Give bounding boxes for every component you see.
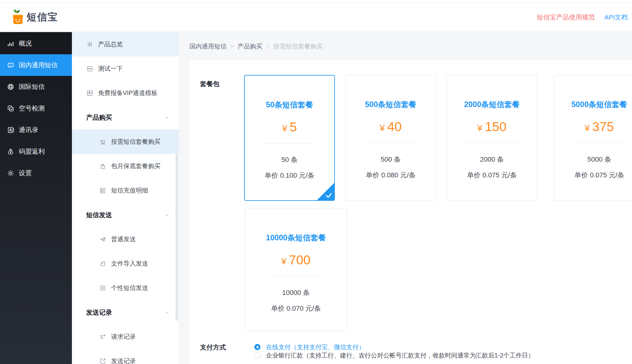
header-links: 短信宝产品使用规范 API文档 xyxy=(537,13,628,22)
package-section-label: 套餐包 xyxy=(200,80,219,88)
card-divider xyxy=(365,143,416,143)
package-price: ¥700 xyxy=(245,253,347,267)
primary-sidebar: 概况 国内通用短信 国际短信 空号检测 通讯录 码盟返利 设置 xyxy=(0,32,72,364)
package-count: 10000 条 xyxy=(245,288,347,297)
chat-icon xyxy=(7,61,15,69)
package-unit-price: 单价 0.080 元/条 xyxy=(346,171,436,180)
payment-section: 支付方式 在线支付（支持支付宝、微信支付） 企业银行汇款（支持工行、建行、农行公… xyxy=(200,343,534,359)
breadcrumb-item[interactable]: 产品购买 xyxy=(238,42,262,51)
package-title: 500条短信套餐 xyxy=(346,99,436,110)
submenu-item-vip-template[interactable]: 免费报备VIP通道模板 xyxy=(72,81,179,105)
brand[interactable]: 短信宝 xyxy=(12,9,58,26)
package-card-50[interactable]: 50条短信套餐 ¥5 50 条 单价 0.100 元/条 xyxy=(244,75,335,201)
request-list-icon xyxy=(99,333,106,341)
package-price: ¥40 xyxy=(346,119,436,134)
breadcrumb-separator: > xyxy=(231,43,234,50)
package-title: 10000条短信套餐 xyxy=(245,233,347,243)
template-lightning-icon xyxy=(86,89,94,97)
package-title: 2000条短信套餐 xyxy=(447,99,537,110)
import-icon xyxy=(99,260,106,267)
submenu-item-send-records[interactable]: 发送记录 xyxy=(72,349,179,364)
breadcrumb-item-current: 按需短信套餐购买 xyxy=(273,42,323,51)
radio-unselected-icon[interactable] xyxy=(254,352,260,358)
gear-icon xyxy=(7,169,15,177)
package-price: ¥375 xyxy=(554,119,632,134)
money-bag-icon xyxy=(7,148,15,155)
send-record-icon xyxy=(99,358,106,364)
sidebar-item-empty-number-check[interactable]: 空号检测 xyxy=(0,97,72,119)
sidebar-item-rebate[interactable]: 码盟返利 xyxy=(0,141,72,162)
content-panel: 套餐包 50条短信套餐 ¥5 50 条 单价 0.100 元/条 500条短信套 xyxy=(189,60,632,364)
package-unit-price: 单价 0.075 元/条 xyxy=(554,171,632,180)
submenu-item-normal-send[interactable]: 普通发送 xyxy=(72,227,179,251)
paper-plane-icon xyxy=(99,236,106,243)
secondary-sidebar: 产品总览 测试一下 免费报备VIP通道模板 产品购买 按需短信套餐购买 包月保底… xyxy=(72,32,179,364)
logo-orange-box-icon xyxy=(12,9,24,26)
submenu-item-recharge-detail[interactable]: 短信充值明细 xyxy=(72,178,179,203)
package-count: 500 条 xyxy=(346,155,436,164)
columns-icon xyxy=(86,41,94,48)
package-card-10000[interactable]: 10000条短信套餐 ¥700 10000 条 单价 0.070 元/条 xyxy=(245,208,347,331)
chevron-up-icon xyxy=(163,114,171,121)
app-header: 短信宝 短信宝产品使用规范 API文档 xyxy=(0,3,632,32)
sidebar-item-domestic-sms[interactable]: 国内通用短信 xyxy=(0,54,72,76)
breadcrumb-separator: > xyxy=(266,43,269,50)
bar-chart-icon xyxy=(7,40,15,48)
submenu-item-file-import-send[interactable]: 文件导入发送 xyxy=(72,251,179,276)
package-count: 2000 条 xyxy=(447,155,537,164)
payment-option-bank-transfer[interactable]: 企业银行汇款（支持工行、建行、农行公对公帐号汇款支付，收款时间通常为汇款后1-2… xyxy=(254,351,534,359)
submenu-item-request-records[interactable]: 请求记录 xyxy=(72,325,179,349)
submenu-section-product-purchase[interactable]: 产品购买 xyxy=(72,105,179,130)
payment-option-online[interactable]: 在线支付（支持支付宝、微信支付） xyxy=(254,343,534,351)
breadcrumb: 国内通用短信 > 产品购买 > 按需短信套餐购买 xyxy=(179,32,632,60)
package-price: ¥150 xyxy=(447,119,537,134)
submenu-item-product-overview[interactable]: 产品总览 xyxy=(72,32,179,56)
submenu-item-buy-package[interactable]: 按需短信套餐购买 xyxy=(72,130,179,154)
contacts-icon xyxy=(7,126,15,134)
bag-icon xyxy=(99,163,106,170)
check-icon xyxy=(326,193,332,198)
sidebar-item-international-sms[interactable]: 国际短信 xyxy=(0,76,72,97)
breadcrumb-item[interactable]: 国内通用短信 xyxy=(189,42,227,51)
package-unit-price: 单价 0.070 元/条 xyxy=(245,304,347,313)
package-count: 5000 条 xyxy=(554,155,632,164)
app-page: 短信宝 短信宝产品使用规范 API文档 概况 国内通用短信 国际短信 空号检测 … xyxy=(0,0,632,364)
submenu-item-test[interactable]: 测试一下 xyxy=(72,56,179,81)
globe-icon xyxy=(7,83,15,91)
package-card-5000[interactable]: 5000条短信套餐 ¥375 5000 条 单价 0.075 元/条 xyxy=(554,75,632,201)
submenu-item-personalized-send[interactable]: 个性短信发送 xyxy=(72,276,179,300)
sidebar-item-settings[interactable]: 设置 xyxy=(0,162,72,184)
chevron-up-icon xyxy=(163,211,171,219)
package-card-2000[interactable]: 2000条短信套餐 ¥150 2000 条 单价 0.075 元/条 xyxy=(447,75,537,201)
payment-options: 在线支付（支持支付宝、微信支付） 企业银行汇款（支持工行、建行、农行公对公帐号汇… xyxy=(254,343,534,359)
payment-label: 支付方式 xyxy=(200,343,226,352)
sidebar-item-contacts[interactable]: 通讯录 xyxy=(0,119,72,141)
package-card-500[interactable]: 500条短信套餐 ¥40 500 条 单价 0.080 元/条 xyxy=(345,75,436,201)
submenu-item-monthly-package[interactable]: 包月保底套餐购买 xyxy=(72,154,179,178)
submenu-section-send-records[interactable]: 发送记录 xyxy=(72,300,179,325)
product-guideline-link[interactable]: 短信宝产品使用规范 xyxy=(537,13,595,22)
radio-selected-icon[interactable] xyxy=(254,344,260,350)
package-count: 50 条 xyxy=(245,155,334,164)
chevron-up-icon xyxy=(163,309,171,316)
card-divider xyxy=(264,143,315,143)
submenu-scrollbar-thumb[interactable] xyxy=(176,154,178,321)
card-divider xyxy=(574,143,625,143)
sidebar-item-overview[interactable]: 概况 xyxy=(0,33,72,54)
package-cards-row: 50条短信套餐 ¥5 50 条 单价 0.100 元/条 500条短信套餐 ¥4… xyxy=(244,75,632,201)
check-squares-icon xyxy=(7,105,15,112)
cart-icon xyxy=(99,138,106,146)
submenu-section-sms-send[interactable]: 短信发送 xyxy=(72,203,179,227)
main-area: 国内通用短信 > 产品购买 > 按需短信套餐购买 套餐包 50条短信套餐 ¥5 … xyxy=(179,32,632,364)
list-doc-icon xyxy=(99,187,106,194)
card-divider xyxy=(270,276,322,276)
api-doc-link[interactable]: API文档 xyxy=(604,13,628,22)
package-price: ¥5 xyxy=(245,120,334,134)
package-title: 5000条短信套餐 xyxy=(554,99,632,110)
package-unit-price: 单价 0.100 元/条 xyxy=(245,171,334,180)
x-square-icon xyxy=(99,284,106,292)
pulse-monitor-icon xyxy=(86,65,94,72)
logo-text: 短信宝 xyxy=(27,10,58,24)
package-title: 50条短信套餐 xyxy=(245,100,334,110)
package-unit-price: 单价 0.075 元/条 xyxy=(447,171,537,180)
